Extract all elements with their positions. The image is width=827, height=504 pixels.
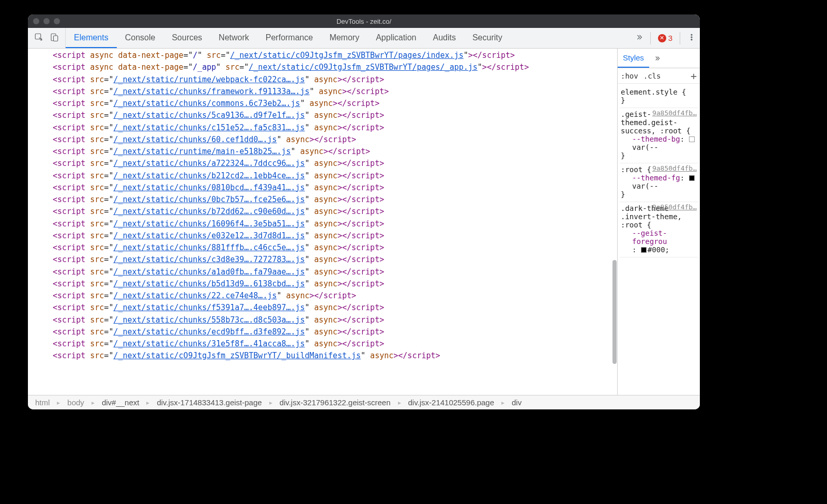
dom-node[interactable]: <script async data-next-page="/" src="/_…: [28, 50, 617, 62]
svg-point-5: [691, 39, 692, 40]
dom-node[interactable]: <script src="/_next/static/chunks/c151e5…: [28, 122, 617, 134]
dom-node[interactable]: <script src="/_next/static/chunks/a72232…: [28, 158, 617, 170]
breadcrumb-item[interactable]: div#__next: [98, 397, 144, 408]
traffic-lights: [33, 18, 60, 24]
tab-performance[interactable]: Performance: [257, 28, 321, 48]
dom-node[interactable]: <script src="/_next/static/chunks/31e5f8…: [28, 338, 617, 350]
tab-application[interactable]: Application: [367, 28, 424, 48]
rule-source-link[interactable]: 9a850df4fb…: [652, 164, 697, 172]
breadcrumb-item[interactable]: html: [31, 397, 54, 408]
dom-node[interactable]: <script src="/_next/static/chunks/framew…: [28, 86, 617, 98]
minimize-window-icon[interactable]: [43, 18, 50, 24]
dom-node[interactable]: <script src="/_next/static/chunks/22.ce7…: [28, 290, 617, 302]
breadcrumb-separator: ▸: [91, 399, 95, 406]
breadcrumb-item[interactable]: div.jsx-1714833413.geist-page: [152, 397, 266, 408]
dom-node[interactable]: <script src="/_next/static/chunks/common…: [28, 98, 617, 110]
dom-node[interactable]: <script async data-next-page="/_app" src…: [28, 62, 617, 73]
breadcrumb-item[interactable]: body: [63, 397, 88, 408]
dom-node[interactable]: <script src="/_next/static/chunks/0bc7b5…: [28, 194, 617, 206]
elements-dom-tree[interactable]: <script async data-next-page="/" src="/_…: [28, 49, 617, 395]
dom-node[interactable]: <script src="/_next/static/runtime/main-…: [28, 146, 617, 158]
device-toolbar-icon[interactable]: [50, 33, 59, 44]
rule-source-link[interactable]: 9a850df4fb…: [652, 203, 697, 211]
breadcrumb-item[interactable]: div.jsx-2141025596.page: [404, 397, 499, 408]
dom-node[interactable]: <script src="/_next/static/chunks/60.cef…: [28, 134, 617, 146]
dom-node[interactable]: <script src="/_next/static/chunks/f5391a…: [28, 302, 617, 314]
tab-sources[interactable]: Sources: [163, 28, 210, 48]
dom-node[interactable]: <script src="/_next/static/chunks/ecd9bf…: [28, 326, 617, 338]
breadcrumb[interactable]: html▸body▸div#__next▸div.jsx-1714833413.…: [28, 395, 700, 409]
more-tabs-icon[interactable]: [635, 33, 643, 43]
tab-audits[interactable]: Audits: [424, 28, 464, 48]
tab-styles[interactable]: Styles: [618, 49, 649, 68]
inspect-element-icon[interactable]: [34, 33, 43, 44]
separator: [650, 32, 651, 44]
new-style-rule-icon[interactable]: +: [691, 70, 697, 82]
settings-menu-icon[interactable]: [687, 33, 696, 43]
style-rule[interactable]: element.style {}: [620, 86, 698, 108]
dom-node[interactable]: <script src="/_next/static/chunks/b72dd6…: [28, 206, 617, 218]
dom-node[interactable]: <script src="/_next/static/chunks/5ca913…: [28, 110, 617, 121]
styles-pane: Styles :hov .cls + element.style {}9a850…: [617, 49, 700, 395]
style-rule[interactable]: 9a850df4fb…:root {--themed-fg: var(--}: [620, 163, 698, 202]
devtools-tabbar: ElementsConsoleSourcesNetworkPerformance…: [28, 28, 700, 49]
tab-network[interactable]: Network: [210, 28, 257, 48]
class-toggle[interactable]: .cls: [644, 72, 661, 80]
error-icon: ✕: [658, 34, 666, 42]
breadcrumb-separator: ▸: [398, 399, 401, 406]
dom-node[interactable]: <script src="/_next/static/chunks/b212cd…: [28, 170, 617, 182]
hover-toggle[interactable]: :hov: [621, 72, 638, 80]
tab-elements[interactable]: Elements: [66, 28, 117, 48]
tab-memory[interactable]: Memory: [321, 28, 367, 48]
style-rule[interactable]: 9a850df4fb….dark-theme .invert-theme, :r…: [620, 202, 698, 257]
window-titlebar: DevTools - zeit.co/: [28, 14, 700, 28]
error-count-value: 3: [668, 34, 672, 42]
dom-node[interactable]: <script src="/_next/static/chunks/c3d8e3…: [28, 254, 617, 266]
breadcrumb-item[interactable]: div.jsx-3217961322.geist-screen: [275, 397, 395, 408]
breadcrumb-item[interactable]: div: [508, 397, 526, 408]
dom-node[interactable]: <script src="/_next/static/runtime/webpa…: [28, 74, 617, 86]
dom-node[interactable]: <script src="/_next/static/chunks/0810bc…: [28, 182, 617, 194]
more-panes-icon[interactable]: [649, 49, 665, 68]
dom-node[interactable]: <script src="/_next/static/chunks/e032e1…: [28, 230, 617, 242]
breadcrumb-separator: ▸: [269, 399, 272, 406]
window-title: DevTools - zeit.co/: [336, 18, 391, 25]
tab-console[interactable]: Console: [117, 28, 164, 48]
separator: [680, 32, 680, 44]
svg-point-4: [691, 36, 692, 37]
svg-rect-2: [54, 36, 58, 41]
error-count[interactable]: ✕ 3: [658, 34, 672, 42]
svg-point-3: [691, 34, 692, 35]
style-rule[interactable]: 9a850df4fb….geist-themed.geist-success, …: [620, 108, 698, 163]
dom-node[interactable]: <script src="/_next/static/chunks/16096f…: [28, 218, 617, 230]
dom-node[interactable]: <script src="/_next/static/chunks/881fff…: [28, 242, 617, 254]
dom-node[interactable]: <script src="/_next/static/cO9JtgJsfm_zS…: [28, 350, 617, 362]
dom-scrollbar[interactable]: [612, 49, 617, 395]
dom-node[interactable]: <script src="/_next/static/chunks/b5d13d…: [28, 278, 617, 290]
breadcrumb-separator: ▸: [501, 399, 504, 406]
zoom-window-icon[interactable]: [54, 18, 60, 24]
rule-source-link[interactable]: 9a850df4fb…: [652, 109, 697, 117]
breadcrumb-separator: ▸: [57, 399, 60, 406]
dom-node[interactable]: <script src="/_next/static/chunks/a1ad0f…: [28, 266, 617, 278]
dom-node[interactable]: <script src="/_next/static/chunks/558b73…: [28, 314, 617, 326]
breadcrumb-separator: ▸: [146, 399, 149, 406]
tab-security[interactable]: Security: [464, 28, 511, 48]
close-window-icon[interactable]: [33, 18, 39, 24]
